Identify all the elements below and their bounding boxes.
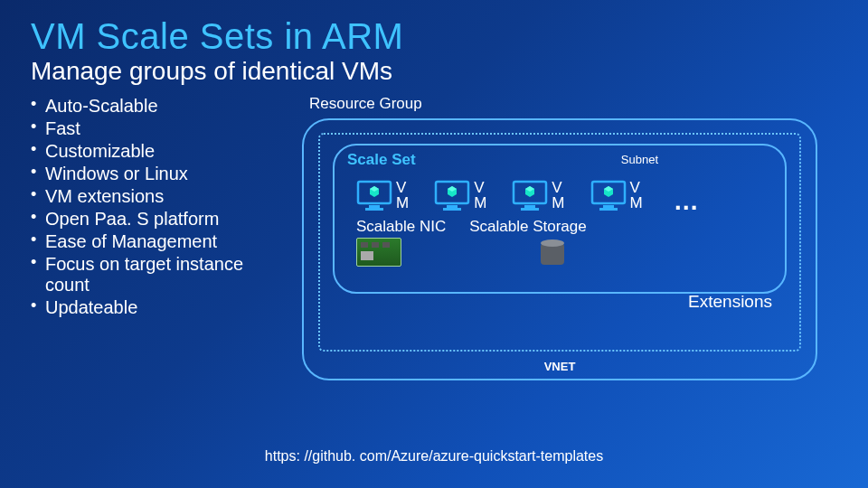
scale-set-label: Scale Set	[347, 151, 416, 169]
vm-item: V M	[590, 178, 643, 212]
diagram: Resource Group Scale Set Subnet	[284, 95, 868, 380]
resource-group-box: Scale Set Subnet	[302, 118, 817, 380]
monitor-icon	[590, 178, 627, 212]
monitor-icon	[512, 178, 548, 212]
scalable-nic-label: Scalable NIC	[356, 218, 446, 236]
extensions-label: Extensions	[688, 292, 772, 312]
vm-item: V M	[434, 178, 486, 212]
bullet-item: Customizable	[31, 140, 284, 163]
footer-url: https: //github. com/Azure/azure-quickst…	[265, 448, 603, 465]
svg-rect-2	[365, 208, 383, 211]
vm-item: V M	[512, 178, 564, 212]
svg-rect-5	[443, 208, 461, 211]
bullet-item: Fast	[31, 117, 284, 140]
slide-subtitle: Manage groups of identical VMs	[0, 57, 868, 86]
slide-title: VM Scale Sets in ARM	[0, 0, 868, 57]
ellipsis: …	[668, 187, 703, 216]
svg-rect-7	[524, 205, 535, 208]
monitor-icon	[434, 178, 470, 212]
vm-label: V M	[630, 180, 643, 211]
bullet-item: Updateable	[31, 296, 284, 319]
vnet-label: VNET	[544, 360, 576, 373]
subnet-label: Subnet	[621, 153, 658, 166]
resource-group-label: Resource Group	[302, 95, 868, 113]
vm-row: V M V M	[347, 174, 772, 216]
bullet-item: VM extensions	[31, 185, 284, 208]
scalable-row: Scalable NIC Scalable Storage	[347, 218, 772, 236]
vm-item: V M	[356, 178, 409, 212]
scalable-storage-label: Scalable Storage	[469, 218, 586, 236]
bullet-item: Windows or Linux	[31, 163, 284, 185]
vm-label: V M	[474, 180, 486, 211]
vm-label: V M	[552, 180, 564, 211]
nic-icon	[356, 238, 401, 267]
svg-rect-4	[447, 205, 458, 208]
bullet-item: Focus on target instance count	[31, 253, 284, 296]
bullet-item: Auto-Scalable	[31, 95, 284, 117]
svg-rect-11	[599, 208, 618, 211]
content-row: Auto-Scalable Fast Customizable Windows …	[0, 86, 868, 380]
bullet-item: Open Paa. S platform	[31, 208, 284, 230]
storage-icon	[541, 239, 564, 265]
bullet-item: Ease of Management	[31, 230, 284, 253]
scale-set-box: Scale Set Subnet	[333, 144, 787, 294]
monitor-icon	[356, 178, 392, 212]
vnet-box: Scale Set Subnet	[318, 133, 801, 352]
scalable-icons-row	[347, 238, 772, 267]
vm-label: V M	[396, 180, 409, 211]
svg-rect-8	[521, 208, 539, 211]
svg-rect-1	[369, 205, 380, 208]
svg-rect-10	[603, 205, 614, 208]
feature-bullet-list: Auto-Scalable Fast Customizable Windows …	[31, 95, 284, 380]
